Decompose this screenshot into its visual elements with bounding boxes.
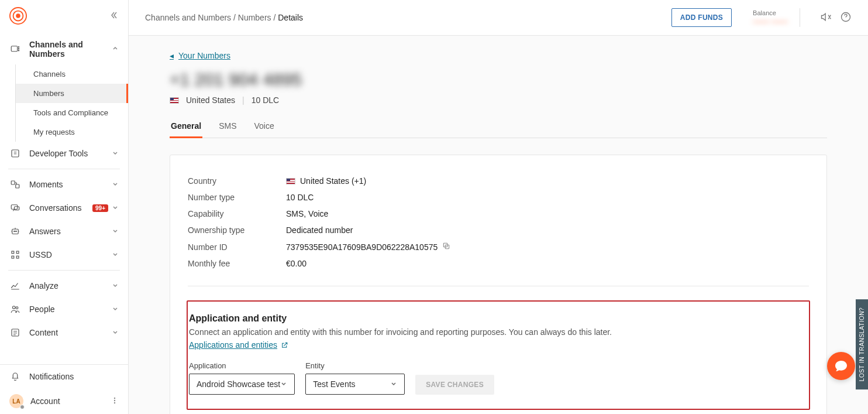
chat-icon — [9, 202, 21, 214]
svg-rect-9 — [16, 184, 19, 188]
back-link-label: Your Numbers — [178, 51, 230, 60]
application-label: Application — [189, 361, 295, 370]
application-select[interactable]: Android Showcase test — [189, 374, 295, 395]
country-text: United States — [186, 95, 235, 105]
sidebar-subitem-my-requests[interactable]: My requests — [16, 122, 128, 142]
sidebar-item-label: Developer Tools — [29, 149, 112, 158]
info-row-capability: Capability SMS, Voice — [188, 206, 809, 222]
kebab-menu-icon[interactable] — [111, 396, 119, 406]
sidebar-item-channels-numbers[interactable]: Channels and Numbers — [0, 34, 128, 64]
section-title: Application and entity — [189, 313, 808, 324]
chevron-down-icon — [390, 379, 397, 389]
avatar: LA — [9, 394, 23, 408]
sidebar-item-label: Notifications — [29, 372, 119, 381]
page-title: +1 201 904 4895 — [170, 70, 827, 90]
sidebar-item-label: Moments — [29, 180, 112, 189]
bell-icon — [9, 371, 21, 382]
entity-label: Entity — [305, 361, 405, 370]
people-icon — [9, 303, 21, 315]
wrench-icon — [9, 148, 21, 159]
info-label: Monthly fee — [188, 259, 286, 268]
info-row-country: Country United States (+1) — [188, 173, 809, 189]
sidebar-item-analyze[interactable]: Analyze — [0, 274, 128, 297]
sidebar-item-label: USSD — [29, 250, 112, 259]
add-funds-button[interactable]: ADD FUNDS — [671, 8, 732, 27]
chevron-down-icon — [280, 379, 287, 389]
info-label: Number type — [188, 193, 286, 202]
account-label: Account — [30, 396, 111, 406]
topbar: Channels and Numbers / Numbers / Details… — [129, 0, 868, 36]
select-value: Android Showcase test — [197, 379, 280, 389]
info-label: Capability — [188, 209, 286, 218]
info-label: Ownership type — [188, 225, 286, 235]
link-label: Applications and entities — [189, 340, 277, 350]
svg-point-14 — [16, 231, 17, 232]
status-dot-icon — [20, 405, 25, 409]
applications-entities-link[interactable]: Applications and entities — [189, 340, 288, 350]
chevron-down-icon — [112, 281, 119, 290]
svg-point-2 — [16, 13, 20, 18]
collapse-sidebar-icon[interactable] — [109, 11, 119, 22]
svg-rect-3 — [11, 46, 18, 52]
breadcrumb-part[interactable]: Numbers — [238, 13, 271, 22]
save-changes-button[interactable]: SAVE CHANGES — [415, 375, 494, 395]
feedback-tab[interactable]: LOST IN TRANSLATION? — [856, 299, 868, 389]
balance-block: Balance —— —— — [742, 9, 788, 26]
mute-icon[interactable] — [820, 11, 832, 25]
sidebar-item-notifications[interactable]: Notifications — [0, 365, 128, 388]
chat-fab-button[interactable] — [827, 352, 855, 380]
sidebar-subitem-numbers[interactable]: Numbers — [16, 84, 128, 103]
sidebar-item-label: Channels and Numbers — [29, 40, 112, 59]
copy-icon[interactable] — [442, 242, 450, 252]
back-link[interactable]: ◂ Your Numbers — [170, 51, 230, 60]
sidebar-subitem-tools-compliance[interactable]: Tools and Compliance — [16, 103, 128, 122]
application-entity-section: Application and entity Connect an applic… — [187, 300, 810, 410]
svg-point-13 — [14, 231, 15, 232]
sidebar-item-content[interactable]: Content — [0, 321, 128, 344]
us-flag-icon — [170, 97, 179, 104]
info-row-number-type: Number type 10 DLC — [188, 189, 809, 206]
sidebar-item-conversations[interactable]: Conversations 99+ — [0, 196, 128, 220]
tabs: General SMS Voice — [170, 118, 827, 138]
number-type-text: 10 DLC — [252, 95, 279, 105]
svg-point-23 — [114, 399, 115, 401]
breadcrumb-current: Details — [278, 13, 303, 22]
chevron-up-icon — [112, 45, 119, 54]
svg-point-5 — [18, 49, 19, 49]
sidebar-item-label: People — [29, 304, 112, 314]
number-meta: United States | 10 DLC — [170, 95, 827, 105]
app-logo[interactable] — [9, 7, 27, 25]
tab-voice[interactable]: Voice — [253, 118, 275, 138]
section-description: Connect an application and entity with t… — [189, 327, 808, 337]
chevron-down-icon — [112, 250, 119, 259]
details-panel: Country United States (+1) Number type 1… — [170, 155, 827, 414]
tab-sms[interactable]: SMS — [218, 118, 237, 138]
help-icon[interactable] — [840, 11, 852, 25]
sidebar-item-label: Conversations — [29, 203, 92, 213]
conversations-badge: 99+ — [92, 204, 108, 212]
svg-point-4 — [18, 47, 19, 47]
sidebar-item-account[interactable]: LA Account — [0, 388, 128, 414]
svg-rect-16 — [16, 251, 19, 254]
info-row-ownership: Ownership type Dedicated number — [188, 222, 809, 238]
svg-point-19 — [13, 306, 16, 309]
moments-icon — [9, 179, 21, 190]
chevron-down-icon — [112, 227, 119, 236]
sidebar-subitem-channels[interactable]: Channels — [16, 64, 128, 84]
sidebar-item-developer-tools[interactable]: Developer Tools — [0, 142, 128, 165]
chevron-down-icon — [112, 180, 119, 189]
entity-select[interactable]: Test Events — [305, 374, 405, 395]
svg-point-6 — [18, 50, 19, 51]
sidebar-item-ussd[interactable]: USSD — [0, 243, 128, 266]
sidebar-item-answers[interactable]: Answers — [0, 220, 128, 243]
sidebar-item-people[interactable]: People — [0, 297, 128, 321]
tab-general[interactable]: General — [170, 118, 202, 138]
breadcrumb: Channels and Numbers / Numbers / Details — [145, 13, 671, 22]
keypad-icon — [9, 249, 21, 261]
us-flag-icon — [286, 178, 295, 184]
sidebar-item-moments[interactable]: Moments — [0, 173, 128, 196]
main-content: Channels and Numbers / Numbers / Details… — [129, 0, 868, 414]
breadcrumb-part[interactable]: Channels and Numbers — [145, 13, 231, 22]
svg-point-22 — [114, 397, 115, 398]
chevron-down-icon — [112, 149, 119, 158]
